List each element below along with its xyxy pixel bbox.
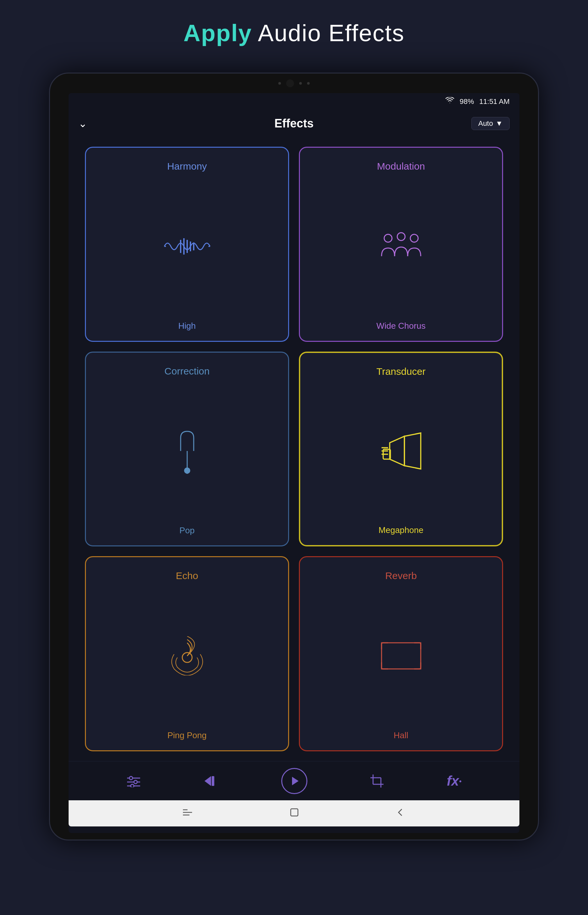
svg-point-23 [134, 780, 137, 784]
svg-marker-13 [404, 433, 421, 469]
page-title: Apply Audio Effects [184, 19, 405, 47]
svg-point-9 [410, 234, 418, 242]
effect-title-echo: Echo [176, 570, 198, 581]
harmony-icon [161, 178, 213, 314]
speaker-dot [299, 82, 302, 85]
crop-button[interactable] [370, 774, 383, 787]
reverb-icon [376, 588, 426, 724]
svg-point-8 [397, 233, 405, 241]
effect-title-modulation: Modulation [377, 161, 425, 172]
correction-icon [171, 383, 204, 519]
svg-point-18 [182, 653, 192, 663]
menu-button[interactable] [182, 808, 193, 819]
tablet-wrapper: 98% 11:51 AM ⌄ Effects Auto ▼ Harmony [49, 73, 539, 841]
effect-subtitle-correction: Pop [179, 525, 194, 536]
effect-subtitle-harmony: High [178, 321, 195, 331]
back-button-home[interactable] [396, 808, 406, 819]
svg-point-21 [129, 776, 132, 780]
battery-status: 98% [460, 97, 474, 106]
svg-rect-36 [291, 809, 298, 816]
clock: 11:51 AM [479, 97, 510, 106]
svg-rect-19 [381, 643, 421, 669]
equalizer-button[interactable] [126, 775, 141, 787]
svg-marker-28 [292, 777, 299, 785]
play-button[interactable] [281, 768, 307, 794]
tablet-camera [286, 79, 294, 87]
svg-rect-27 [212, 776, 214, 786]
effect-title-transducer: Transducer [376, 366, 426, 377]
screen-title: Effects [275, 116, 313, 130]
svg-point-7 [384, 234, 392, 242]
tablet-topbar [50, 74, 538, 93]
effect-card-correction[interactable]: Correction Pop [85, 352, 289, 547]
effect-subtitle-modulation: Wide Chorus [376, 321, 425, 331]
effect-card-reverb[interactable]: Reverb Hall [299, 556, 503, 751]
svg-point-25 [131, 784, 134, 787]
effect-card-echo[interactable]: Echo Ping Pong [85, 556, 289, 751]
transducer-icon [375, 384, 427, 519]
rewind-button[interactable] [204, 775, 218, 787]
wifi-icon [445, 97, 454, 106]
svg-marker-12 [390, 436, 404, 466]
effect-subtitle-transducer: Megaphone [379, 525, 423, 535]
home-button[interactable] [289, 807, 299, 820]
chevron-down-icon: ▼ [496, 119, 503, 128]
echo-icon [164, 588, 210, 724]
effect-subtitle-reverb: Hall [394, 731, 408, 740]
speaker-dot [278, 82, 281, 85]
effect-card-transducer[interactable]: Transducer Megaphone [299, 352, 503, 547]
effect-title-correction: Correction [164, 366, 209, 377]
app-header: ⌄ Effects Auto ▼ [69, 110, 519, 137]
tablet-screen: 98% 11:51 AM ⌄ Effects Auto ▼ Harmony [69, 93, 519, 833]
mode-selector[interactable]: Auto ▼ [472, 117, 510, 130]
effect-title-harmony: Harmony [167, 161, 207, 172]
effect-card-harmony[interactable]: Harmony High [85, 147, 289, 342]
home-bar [69, 800, 519, 826]
effect-title-reverb: Reverb [385, 570, 417, 581]
modulation-icon [375, 178, 427, 314]
fx-button[interactable]: fx ● [447, 773, 462, 789]
svg-marker-26 [205, 776, 211, 786]
status-bar: 98% 11:51 AM [69, 93, 519, 110]
effect-subtitle-echo: Ping Pong [168, 731, 207, 740]
effects-grid: Harmony High [69, 137, 519, 761]
effect-card-modulation[interactable]: Modulation Wide Chorus [299, 147, 503, 342]
back-button[interactable]: ⌄ [78, 117, 87, 130]
svg-point-11 [184, 468, 190, 473]
bottom-toolbar: fx ● [69, 761, 519, 800]
speaker-dot [307, 82, 310, 85]
